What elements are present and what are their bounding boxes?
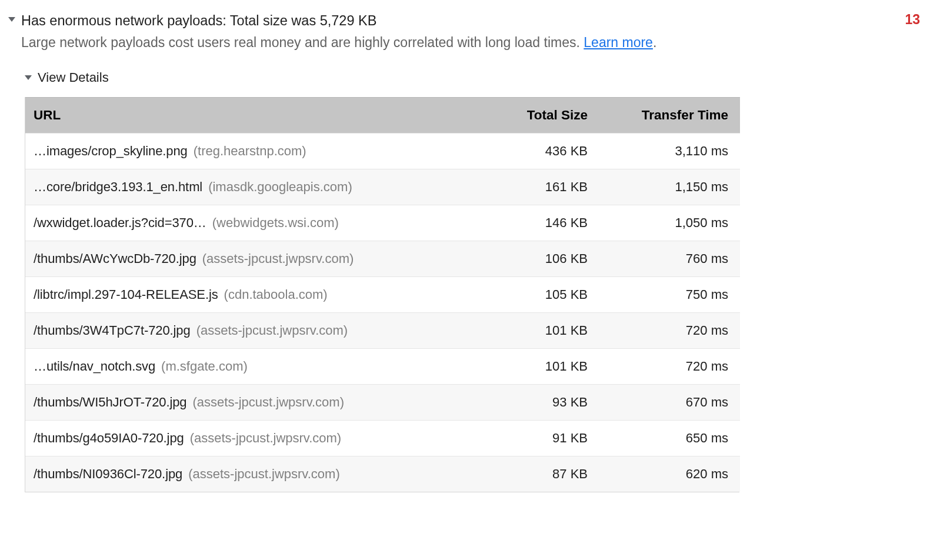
resource-path: /thumbs/3W4TpC7t-720.jpg bbox=[34, 323, 191, 338]
view-details-toggle[interactable]: View Details bbox=[25, 70, 922, 85]
cell-total-size: 91 KB bbox=[478, 421, 596, 456]
column-header-time: Transfer Time bbox=[596, 98, 740, 134]
cell-transfer-time: 720 ms bbox=[596, 349, 740, 385]
audit-item: Has enormous network payloads: Total siz… bbox=[8, 12, 922, 492]
resource-origin: (assets-jpcust.jwpsrv.com) bbox=[192, 395, 344, 409]
audit-score: 13 bbox=[905, 12, 922, 28]
resource-path: …images/crop_skyline.png bbox=[34, 144, 188, 158]
cell-total-size: 101 KB bbox=[478, 349, 596, 385]
cell-transfer-time: 3,110 ms bbox=[596, 134, 740, 169]
resource-origin: (cdn.taboola.com) bbox=[224, 287, 328, 302]
cell-url: …core/bridge3.193.1_en.html(imasdk.googl… bbox=[25, 169, 478, 205]
audit-description-text: Large network payloads cost users real m… bbox=[21, 35, 584, 50]
resource-path: /wxwidget.loader.js?cid=370… bbox=[34, 215, 206, 230]
table-row: /thumbs/3W4TpC7t-720.jpg(assets-jpcust.j… bbox=[25, 313, 740, 349]
cell-transfer-time: 750 ms bbox=[596, 277, 740, 313]
resource-origin: (m.sfgate.com) bbox=[161, 359, 248, 374]
resource-origin: (imasdk.googleapis.com) bbox=[208, 179, 352, 194]
column-header-size: Total Size bbox=[478, 98, 596, 134]
cell-transfer-time: 650 ms bbox=[596, 421, 740, 456]
table-row: /thumbs/WI5hJrOT-720.jpg(assets-jpcust.j… bbox=[25, 385, 740, 421]
table-row: /wxwidget.loader.js?cid=370…(webwidgets.… bbox=[25, 205, 740, 241]
cell-url: …utils/nav_notch.svg(m.sfgate.com) bbox=[25, 349, 478, 385]
cell-url: /libtrc/impl.297-104-RELEASE.js(cdn.tabo… bbox=[25, 277, 478, 313]
audit-title: Has enormous network payloads: Total siz… bbox=[21, 12, 893, 30]
column-header-url: URL bbox=[25, 98, 478, 134]
resource-path: …utils/nav_notch.svg bbox=[34, 359, 155, 374]
resource-origin: (assets-jpcust.jwpsrv.com) bbox=[188, 466, 340, 481]
cell-total-size: 93 KB bbox=[478, 385, 596, 421]
table-row: …utils/nav_notch.svg(m.sfgate.com)101 KB… bbox=[25, 349, 740, 385]
cell-transfer-time: 720 ms bbox=[596, 313, 740, 349]
table-row: /libtrc/impl.297-104-RELEASE.js(cdn.tabo… bbox=[25, 277, 740, 313]
table-row: /thumbs/AWcYwcDb-720.jpg(assets-jpcust.j… bbox=[25, 241, 740, 277]
cell-total-size: 87 KB bbox=[478, 456, 596, 492]
cell-url: /thumbs/NI0936Cl-720.jpg(assets-jpcust.j… bbox=[25, 456, 478, 492]
cell-url: …images/crop_skyline.png(treg.hearstnp.c… bbox=[25, 134, 478, 169]
resource-path: /thumbs/AWcYwcDb-720.jpg bbox=[34, 251, 196, 266]
cell-transfer-time: 620 ms bbox=[596, 456, 740, 492]
resource-origin: (webwidgets.wsi.com) bbox=[212, 215, 339, 230]
audit-header: Has enormous network payloads: Total siz… bbox=[21, 12, 922, 30]
details-block: View Details URL Total Size Transfer Tim… bbox=[25, 70, 922, 492]
cell-transfer-time: 1,150 ms bbox=[596, 169, 740, 205]
table-row: …images/crop_skyline.png(treg.hearstnp.c… bbox=[25, 134, 740, 169]
table-header-row: URL Total Size Transfer Time bbox=[25, 98, 740, 134]
cell-transfer-time: 1,050 ms bbox=[596, 205, 740, 241]
audit-description: Large network payloads cost users real m… bbox=[21, 32, 922, 53]
resource-origin: (assets-jpcust.jwpsrv.com) bbox=[202, 251, 354, 266]
cell-total-size: 101 KB bbox=[478, 313, 596, 349]
cell-url: /thumbs/WI5hJrOT-720.jpg(assets-jpcust.j… bbox=[25, 385, 478, 421]
cell-url: /thumbs/3W4TpC7t-720.jpg(assets-jpcust.j… bbox=[25, 313, 478, 349]
cell-url: /wxwidget.loader.js?cid=370…(webwidgets.… bbox=[25, 205, 478, 241]
details-table: URL Total Size Transfer Time …images/cro… bbox=[25, 97, 739, 492]
table-row: /thumbs/NI0936Cl-720.jpg(assets-jpcust.j… bbox=[25, 456, 740, 492]
cell-url: /thumbs/g4o59IA0-720.jpg(assets-jpcust.j… bbox=[25, 421, 478, 456]
expand-icon[interactable] bbox=[8, 17, 15, 22]
cell-total-size: 436 KB bbox=[478, 134, 596, 169]
cell-total-size: 161 KB bbox=[478, 169, 596, 205]
audit-description-period: . bbox=[653, 35, 656, 50]
resource-path: …core/bridge3.193.1_en.html bbox=[34, 179, 202, 194]
resource-path: /thumbs/NI0936Cl-720.jpg bbox=[34, 466, 182, 481]
cell-url: /thumbs/AWcYwcDb-720.jpg(assets-jpcust.j… bbox=[25, 241, 478, 277]
cell-total-size: 105 KB bbox=[478, 277, 596, 313]
resource-path: /thumbs/g4o59IA0-720.jpg bbox=[34, 431, 184, 445]
resource-path: /thumbs/WI5hJrOT-720.jpg bbox=[34, 395, 186, 409]
cell-total-size: 106 KB bbox=[478, 241, 596, 277]
chevron-down-icon bbox=[25, 75, 32, 80]
view-details-label: View Details bbox=[38, 70, 109, 85]
resource-origin: (assets-jpcust.jwpsrv.com) bbox=[196, 323, 348, 338]
resource-path: /libtrc/impl.297-104-RELEASE.js bbox=[34, 287, 218, 302]
table-row: …core/bridge3.193.1_en.html(imasdk.googl… bbox=[25, 169, 740, 205]
cell-total-size: 146 KB bbox=[478, 205, 596, 241]
learn-more-link[interactable]: Learn more bbox=[584, 35, 653, 50]
cell-transfer-time: 760 ms bbox=[596, 241, 740, 277]
audit-body: Has enormous network payloads: Total siz… bbox=[21, 12, 922, 492]
cell-transfer-time: 670 ms bbox=[596, 385, 740, 421]
resource-origin: (treg.hearstnp.com) bbox=[194, 144, 306, 158]
table-row: /thumbs/g4o59IA0-720.jpg(assets-jpcust.j… bbox=[25, 421, 740, 456]
resource-origin: (assets-jpcust.jwpsrv.com) bbox=[190, 431, 342, 445]
